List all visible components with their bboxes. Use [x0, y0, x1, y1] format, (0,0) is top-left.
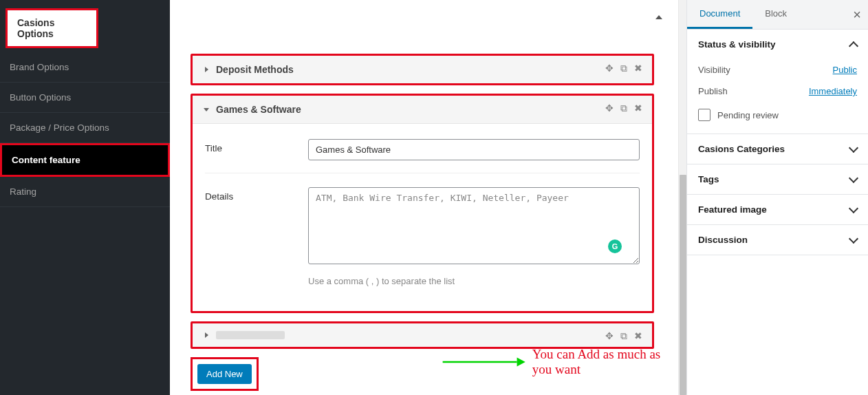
sidebar-item-package[interactable]: Package / Price Options [0, 113, 170, 143]
sidebar-item-brand[interactable]: Brand Options [0, 52, 170, 83]
panel-header-games[interactable]: Games & Software [193, 96, 652, 123]
options-sidebar: Casions Options Brand Options Button Opt… [0, 0, 170, 395]
title-input[interactable] [308, 139, 640, 160]
section-status-visibility[interactable]: Status & visibility [687, 30, 868, 59]
pending-review-checkbox[interactable] [698, 109, 710, 121]
tags-title: Tags [698, 174, 719, 184]
discussion-title: Discussion [698, 235, 748, 245]
duplicate-icon[interactable]: ⧉ [620, 330, 627, 342]
remove-icon[interactable]: ✖ [634, 330, 642, 342]
sidebar-item-rating[interactable]: Rating [0, 177, 170, 207]
grammarly-icon[interactable]: G [608, 239, 622, 253]
add-new-highlight: Add New [191, 357, 259, 391]
move-icon[interactable]: ✥ [605, 330, 614, 342]
main-content: Deposit Methods ✥ ⧉ ✖ Games & Software ✥… [170, 0, 678, 395]
duplicate-icon[interactable]: ⧉ [620, 103, 627, 114]
panel-title-deposit: Deposit Methods [216, 64, 294, 75]
panel-header-empty[interactable] [193, 323, 652, 347]
featured-title: Featured image [698, 204, 767, 215]
sidebar-title: Casions Options [6, 8, 98, 48]
inspector-sidebar: Document Block × Status & visibility Vis… [686, 0, 868, 395]
sidebar-item-button[interactable]: Button Options [0, 83, 170, 113]
details-hint: Use a comma ( , ) to separate the list [308, 276, 640, 286]
add-new-button[interactable]: Add New [197, 364, 252, 384]
chevron-down-icon [850, 176, 857, 183]
section-featured-image[interactable]: Featured image [687, 195, 868, 224]
panel-games-software: Games & Software ✥ ⧉ ✖ Title Details [191, 94, 654, 313]
chevron-up-icon [850, 41, 857, 48]
annotation-text: You can Add as much as you want [532, 347, 678, 377]
close-icon[interactable]: × [850, 6, 864, 24]
scrollbar[interactable] [678, 0, 686, 395]
panel-title-games: Games & Software [216, 104, 301, 115]
placeholder-bar [216, 331, 285, 339]
tab-block[interactable]: Block [752, 0, 799, 29]
visibility-link[interactable]: Public [833, 65, 857, 75]
section-discussion[interactable]: Discussion [687, 225, 868, 255]
tab-document[interactable]: Document [687, 0, 752, 29]
chevron-right-icon [204, 332, 209, 338]
svg-marker-1 [517, 358, 525, 367]
remove-icon[interactable]: ✖ [634, 63, 642, 74]
publish-label: Publish [698, 86, 728, 96]
panel-header-deposit[interactable]: Deposit Methods [193, 56, 652, 83]
categories-title: Casions Categories [698, 144, 785, 154]
title-field-label: Title [205, 139, 308, 153]
details-textarea[interactable] [308, 187, 640, 264]
section-categories[interactable]: Casions Categories [687, 134, 868, 164]
annotation: You can Add as much as you want [442, 347, 678, 377]
chevron-down-icon [204, 107, 209, 112]
move-icon[interactable]: ✥ [605, 103, 614, 114]
visibility-label: Visibility [698, 65, 730, 75]
section-status-title: Status & visibility [698, 39, 776, 50]
panel-empty: ✥ ⧉ ✖ [191, 321, 654, 349]
sidebar-item-content-feature[interactable]: Content feature [0, 143, 170, 177]
section-tags[interactable]: Tags [687, 164, 868, 194]
move-icon[interactable]: ✥ [605, 63, 614, 74]
publish-link[interactable]: Immediately [809, 86, 857, 96]
collapse-caret-icon[interactable] [655, 15, 662, 19]
remove-icon[interactable]: ✖ [634, 103, 642, 114]
arrow-icon [442, 354, 525, 370]
chevron-down-icon [850, 237, 857, 244]
chevron-right-icon [204, 67, 209, 72]
scrollbar-thumb[interactable] [680, 175, 686, 395]
chevron-down-icon [850, 146, 857, 153]
panel-deposit-methods: Deposit Methods ✥ ⧉ ✖ [191, 54, 654, 85]
pending-review-label: Pending review [717, 110, 779, 120]
details-field-label: Details [205, 187, 308, 202]
chevron-down-icon [850, 206, 857, 213]
duplicate-icon[interactable]: ⧉ [620, 63, 627, 74]
